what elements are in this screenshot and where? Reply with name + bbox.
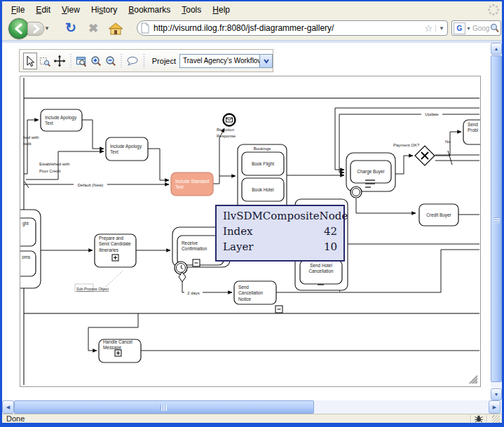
vertical-scroll-thumb[interactable] [491,55,502,382]
tooltip-layer-label: Layer [223,240,253,253]
svg-text:Send: Send [238,285,249,290]
comment-tool-button[interactable] [125,53,139,69]
svg-text:Book Hotel: Book Hotel [252,187,273,192]
pointer-icon [24,55,36,67]
forward-button[interactable] [27,22,44,36]
svg-text:Text: Text [45,121,53,126]
status-separator [486,415,487,422]
search-input[interactable]: Google [472,25,490,32]
scroll-down-button[interactable]: ▼ [491,388,502,400]
svg-text:Cancellation: Cancellation [308,269,334,273]
svg-text:ght: ght [22,221,29,226]
pan-tool-button[interactable] [53,53,67,69]
thumb-grip [161,405,167,411]
svg-text:Established with: Established with [39,162,69,166]
svg-text:Prepare and: Prepare and [99,236,124,241]
menu-bookmarks[interactable]: Bookmarks [123,3,176,17]
search-magnifier-icon[interactable] [490,23,499,33]
svg-text:Response: Response [217,134,236,138]
zoom-region-tool-button[interactable] [39,53,52,69]
stop-button[interactable]: ✖ [85,20,102,36]
zoom-in-tool-button[interactable] [90,53,103,69]
horizontal-scrollbar[interactable]: ◀ ▶ [2,400,502,414]
svg-text:redit: redit [23,142,32,146]
menu-view[interactable]: View [56,3,86,17]
browser-window: { "menu": { "items": [ {"label":"File","… [0,0,504,427]
tooltip-layer-value: 10 [324,240,337,253]
forward-arrow-icon [34,25,39,32]
bug-icon[interactable] [474,414,484,423]
reload-button[interactable]: ↻ [62,19,79,36]
diagram-toolbar: Project Travel Agency's Workflow [19,49,273,72]
pan-icon [53,55,66,67]
horizontal-scroll-thumb[interactable] [14,400,314,414]
menu-bar: FileEditViewHistoryBookmarksToolsHelp [2,1,502,18]
svg-text:Include Apology: Include Apology [110,144,142,149]
svg-text:Payment OK?: Payment OK? [393,143,420,147]
url-dropdown-caret[interactable]: ▼ [435,25,444,32]
window-border-bottom [0,423,504,427]
throbber-icon [486,3,500,17]
svg-text:2 days: 2 days [187,291,200,295]
bookmark-star-icon[interactable]: ☆ [424,23,433,34]
scroll-right-button[interactable]: ▶ [489,400,500,414]
menu-help[interactable]: Help [207,3,236,17]
vertical-scrollbar[interactable]: ▲ ▼ [491,43,502,400]
svg-text:Receive: Receive [182,240,198,245]
home-icon [108,22,123,36]
svg-text:Poor Credit: Poor Credit [39,169,61,173]
toolbar-separator [70,54,71,68]
zoom-region-icon [39,55,51,67]
svg-text:Cancellation: Cancellation [238,290,264,295]
composite-node-tooltip: IlvSDMCompositeNode Index 42 Layer 10 [215,205,345,262]
svg-text:Include Standard: Include Standard [175,179,210,184]
canvas-resize-grip[interactable] [466,372,479,385]
url-text[interactable]: http://visurnd.ilog.fr:8080/jsf-diagramm… [154,23,424,33]
zoom-out-icon [104,55,117,67]
tooltip-index-label: Index [223,225,253,238]
url-bar[interactable]: http://visurnd.ilog.fr:8080/jsf-diagramm… [137,20,448,36]
search-engine-icon[interactable]: G [454,22,465,34]
svg-text:Default (New): Default (New) [78,183,104,187]
select-tool-button[interactable] [23,53,37,69]
window-resize-grip[interactable] [492,415,500,423]
status-bar: Done [2,414,502,423]
svg-text:Book Flight: Book Flight [252,161,274,167]
menu-history[interactable]: History [86,3,123,17]
svg-text:Itineraries: Itineraries [99,248,118,252]
svg-text:Include Apology: Include Apology [45,115,77,121]
svg-text:Send Hotel: Send Hotel [310,263,332,268]
search-box[interactable]: G ▼ Google [451,20,501,36]
status-text: Done [6,414,468,423]
tooltip-title: IlvSDMCompositeNode [223,210,337,222]
combo-dropdown-button[interactable] [259,55,272,67]
svg-text:Send Candidate: Send Candidate [99,241,131,246]
toolbar-separator [121,54,122,68]
search-engine-caret[interactable]: ▼ [466,26,471,31]
zoom-out-tool-button[interactable] [104,53,117,69]
zoom-in-icon [90,55,102,67]
home-button[interactable] [107,20,124,37]
toolbar-separator [143,54,144,68]
svg-text:Confirmation: Confirmation [182,246,207,251]
svg-text:Update: Update [425,112,439,116]
back-button[interactable] [8,18,29,39]
stop-icon: ✖ [88,21,98,36]
scroll-up-button[interactable]: ▲ [491,43,502,55]
menu-edit[interactable]: Edit [30,3,56,17]
menu-file[interactable]: File [6,3,30,17]
svg-text:Probl: Probl [468,128,478,133]
svg-text:Notice: Notice [238,297,252,301]
svg-text:hed with: hed with [23,135,39,140]
chevron-down-icon [261,57,271,65]
scroll-left-button[interactable]: ◀ [2,400,14,414]
menu-tools[interactable]: Tools [176,3,207,17]
reload-icon: ↻ [65,20,76,36]
diagram-canvas-panel[interactable]: Include ApologyTextInclude ApologyTextIn… [20,76,481,387]
fit-to-window-tool-button[interactable] [75,53,88,69]
history-dropdown-caret[interactable]: ▼ [44,25,50,32]
project-select[interactable]: Travel Agency's Workflow [179,54,273,68]
tooltip-index-value: 42 [324,225,337,238]
thumb-grip [494,217,500,223]
page-favicon [140,22,150,34]
